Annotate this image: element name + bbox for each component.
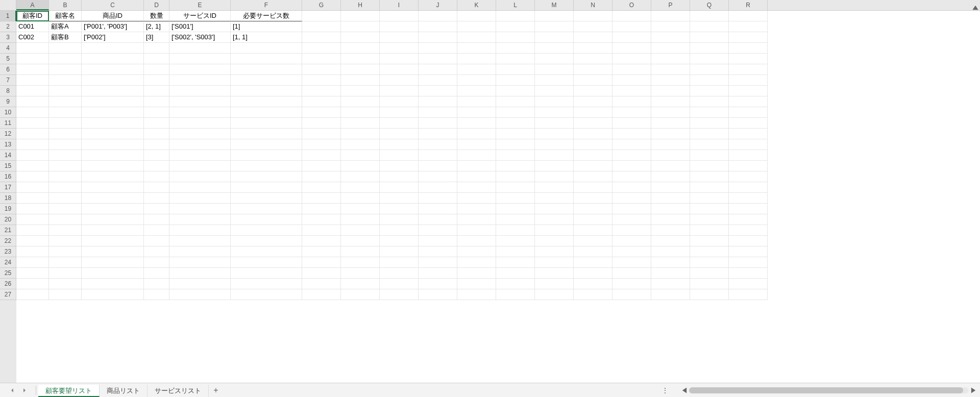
cell-K2[interactable] [457, 21, 496, 32]
cell-J10[interactable] [419, 107, 457, 118]
cell-A22[interactable] [16, 236, 49, 246]
cell-M15[interactable] [535, 161, 574, 171]
cell-B21[interactable] [49, 225, 82, 236]
cell-D6[interactable] [144, 64, 169, 75]
cell-O7[interactable] [612, 75, 651, 86]
cell-M4[interactable] [535, 43, 574, 54]
cell-P20[interactable] [651, 214, 690, 225]
col-header-E[interactable]: E [169, 0, 231, 10]
cell-C18[interactable] [82, 193, 144, 204]
cell-M27[interactable] [535, 289, 574, 300]
cell-Q22[interactable] [690, 236, 729, 246]
cell-R19[interactable] [729, 204, 768, 214]
row-header-20[interactable]: 20 [0, 214, 16, 225]
cell-R26[interactable] [729, 279, 768, 289]
cell-N18[interactable] [574, 193, 612, 204]
cell-L14[interactable] [496, 150, 535, 161]
cell-O5[interactable] [612, 54, 651, 64]
cell-L21[interactable] [496, 225, 535, 236]
cell-J2[interactable] [419, 21, 457, 32]
cell-L1[interactable] [496, 11, 535, 21]
cell-N2[interactable] [574, 21, 612, 32]
cell-Q17[interactable] [690, 182, 729, 193]
cell-O12[interactable] [612, 129, 651, 139]
cell-H25[interactable] [341, 268, 380, 279]
cell-F6[interactable] [231, 64, 302, 75]
cell-H3[interactable] [341, 32, 380, 43]
cell-J24[interactable] [419, 257, 457, 268]
cell-O22[interactable] [612, 236, 651, 246]
cell-D26[interactable] [144, 279, 169, 289]
cell-D21[interactable] [144, 225, 169, 236]
col-header-C[interactable]: C [82, 0, 144, 10]
cell-Q16[interactable] [690, 171, 729, 182]
cell-F15[interactable] [231, 161, 302, 171]
cell-Q21[interactable] [690, 225, 729, 236]
cell-K12[interactable] [457, 129, 496, 139]
cell-Q25[interactable] [690, 268, 729, 279]
cell-L17[interactable] [496, 182, 535, 193]
cell-R17[interactable] [729, 182, 768, 193]
cell-I7[interactable] [380, 75, 419, 86]
cell-A1[interactable]: 顧客ID [16, 11, 49, 21]
cell-H23[interactable] [341, 246, 380, 257]
cell-G21[interactable] [302, 225, 341, 236]
cell-H16[interactable] [341, 171, 380, 182]
cell-I15[interactable] [380, 161, 419, 171]
row-header-1[interactable]: 1 [0, 11, 16, 21]
cell-H4[interactable] [341, 43, 380, 54]
cell-J15[interactable] [419, 161, 457, 171]
cell-B15[interactable] [49, 161, 82, 171]
cell-K1[interactable] [457, 11, 496, 21]
cell-I23[interactable] [380, 246, 419, 257]
hscroll-thumb[interactable] [689, 387, 963, 393]
cell-I14[interactable] [380, 150, 419, 161]
cell-J7[interactable] [419, 75, 457, 86]
cell-M13[interactable] [535, 139, 574, 150]
cell-K18[interactable] [457, 193, 496, 204]
cell-I1[interactable] [380, 11, 419, 21]
cell-A7[interactable] [16, 75, 49, 86]
cell-C6[interactable] [82, 64, 144, 75]
cell-M23[interactable] [535, 246, 574, 257]
row-header-22[interactable]: 22 [0, 236, 16, 246]
cell-A8[interactable] [16, 86, 49, 96]
cell-F23[interactable] [231, 246, 302, 257]
cell-P27[interactable] [651, 289, 690, 300]
cell-E12[interactable] [169, 129, 231, 139]
cell-B3[interactable]: 顧客B [49, 32, 82, 43]
cell-G6[interactable] [302, 64, 341, 75]
cell-J22[interactable] [419, 236, 457, 246]
cell-C25[interactable] [82, 268, 144, 279]
cell-A9[interactable] [16, 96, 49, 107]
cell-O10[interactable] [612, 107, 651, 118]
cell-B1[interactable]: 顧客名 [49, 11, 82, 21]
cell-E1[interactable]: サービスID [169, 11, 231, 21]
cell-R14[interactable] [729, 150, 768, 161]
cell-L10[interactable] [496, 107, 535, 118]
cell-C8[interactable] [82, 86, 144, 96]
cell-A2[interactable]: C001 [16, 21, 49, 32]
cell-N22[interactable] [574, 236, 612, 246]
cell-J21[interactable] [419, 225, 457, 236]
cell-K8[interactable] [457, 86, 496, 96]
cell-M17[interactable] [535, 182, 574, 193]
cell-N10[interactable] [574, 107, 612, 118]
cell-F14[interactable] [231, 150, 302, 161]
cell-N21[interactable] [574, 225, 612, 236]
cell-N11[interactable] [574, 118, 612, 129]
cell-B4[interactable] [49, 43, 82, 54]
cell-J11[interactable] [419, 118, 457, 129]
row-header-26[interactable]: 26 [0, 279, 16, 289]
cell-E27[interactable] [169, 289, 231, 300]
cell-C19[interactable] [82, 204, 144, 214]
cell-R7[interactable] [729, 75, 768, 86]
cell-I16[interactable] [380, 171, 419, 182]
cell-C24[interactable] [82, 257, 144, 268]
cell-R25[interactable] [729, 268, 768, 279]
row-header-10[interactable]: 10 [0, 107, 16, 118]
cell-M21[interactable] [535, 225, 574, 236]
cell-G1[interactable] [302, 11, 341, 21]
cell-N25[interactable] [574, 268, 612, 279]
cell-K17[interactable] [457, 182, 496, 193]
